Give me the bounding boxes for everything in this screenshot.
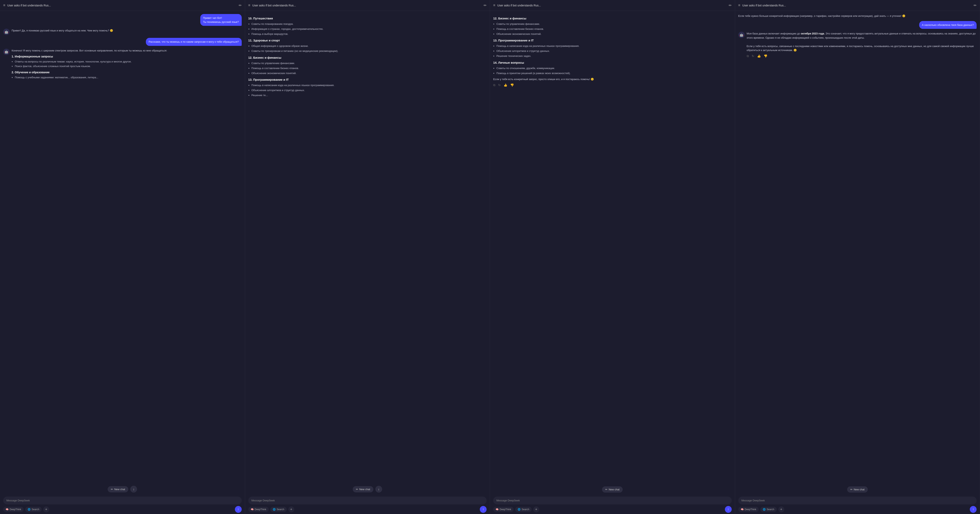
chat-panel-3: ≡ User asks if bot understands Rus... ✏ …	[490, 0, 735, 514]
user-message-1: Привет чат-бот!Ты понимаешь русский язык…	[200, 14, 242, 26]
thumbup-icon-3[interactable]: 👍	[504, 83, 508, 88]
deepthink-button-3[interactable]: 🧠 DeepThink	[493, 507, 514, 512]
new-chat-icon-plus: ✏	[111, 488, 113, 491]
bot-avatar-4: 🤖	[738, 32, 745, 38]
scroll-down-button-1[interactable]: ↓	[130, 486, 137, 493]
deepthink-icon-1: 🧠	[6, 508, 9, 511]
message-input-2[interactable]: Message DeepSeek	[248, 496, 487, 504]
message-input-3[interactable]: Message DeepSeek	[493, 496, 732, 504]
copy-icon-4[interactable]: ⧉	[747, 54, 749, 59]
send-button-2[interactable]: ↑	[480, 506, 487, 513]
panel-2-input-area: Message DeepSeek 🧠 DeepThink 🌐 Search + …	[245, 495, 490, 514]
new-chat-label-4: New chat	[854, 488, 865, 491]
search-icon-2: 🌐	[273, 508, 276, 511]
plus-button-3[interactable]: +	[533, 506, 539, 512]
user-message-4: А насколько обновлена твоя база данных?	[919, 21, 977, 29]
user-message-2: Расскажи, что ты можешь и по каким запро…	[146, 38, 242, 46]
new-chat-label-1: New chat	[114, 488, 125, 491]
panel-4-new-chat-bar: ✏ New chat	[735, 484, 980, 495]
search-button-2[interactable]: 🌐 Search	[270, 507, 287, 512]
deepthink-icon-2: 🧠	[251, 508, 254, 511]
bot-text-2: Конечно! Я могу помочь с широким спектро…	[12, 49, 167, 80]
new-chat-label-2: New chat	[360, 488, 370, 491]
menu-icon-4[interactable]: ≡	[738, 3, 740, 7]
bot-message-4: 🤖 Моя база данных включает информацию до…	[738, 32, 977, 59]
message-input-1[interactable]: Message DeepSeek	[3, 496, 242, 504]
panel-4-header: ≡ User asks if bot understands Rus... ✏	[735, 0, 980, 11]
bot-avatar: 🤖	[3, 29, 10, 35]
bot-text-4: Моя база данных включает информацию до о…	[747, 32, 977, 59]
bot-avatar-2: 🤖	[3, 49, 10, 55]
panel-3-header: ≡ User asks if bot understands Rus... ✏	[490, 0, 735, 11]
panel-1-chat-area: Привет чат-бот!Ты понимаешь русский язык…	[0, 11, 245, 484]
search-button-4[interactable]: 🌐 Search	[760, 507, 777, 512]
search-button-3[interactable]: 🌐 Search	[515, 507, 531, 512]
panel-1-new-chat-bar: ✏ New chat ↓	[0, 484, 245, 495]
chat-panel-4: ≡ User asks if bot understands Rus... ✏ …	[735, 0, 980, 514]
search-button-1[interactable]: 🌐 Search	[25, 507, 41, 512]
search-icon-3: 🌐	[518, 508, 520, 511]
panel-1-title: User asks if bot understands Rus...	[7, 4, 237, 7]
panel-2-header: ≡ User asks if bot understands Rus... ✏	[245, 0, 490, 11]
panel-4-intro: Если тебе нужно больше конкретной информ…	[738, 14, 977, 18]
send-button-3[interactable]: ↑	[725, 506, 732, 513]
new-chat-button-2[interactable]: ✏ New chat	[353, 486, 373, 492]
new-chat-button-1[interactable]: ✏ New chat	[108, 486, 128, 492]
new-chat-icon-2[interactable]: ✏	[484, 3, 487, 8]
thumbup-icon-4[interactable]: 👍	[757, 54, 761, 59]
new-chat-icon-3[interactable]: ✏	[729, 3, 732, 8]
send-button-4[interactable]: ↑	[970, 506, 977, 513]
new-chat-icon-4b: ✏	[850, 488, 853, 491]
panel-1-toolbar: 🧠 DeepThink 🌐 Search + ↑	[3, 506, 242, 513]
scroll-down-button-2[interactable]: ↓	[375, 486, 382, 493]
chat-panel-2: ≡ User asks if bot understands Rus... ✏ …	[245, 0, 490, 514]
panel-2-new-chat-bar: ✏ New chat ↓	[245, 484, 490, 495]
bot-text-1: Привет! Да, я понимаю русский язык и мог…	[12, 29, 113, 33]
panel-4-title: User asks if bot understands Rus...	[742, 4, 972, 7]
panel-3-title: User asks if bot understands Rus...	[497, 4, 727, 7]
bot-message-1: 🤖 Привет! Да, я понимаю русский язык и м…	[3, 29, 242, 35]
new-chat-label-3: New chat	[609, 488, 619, 491]
deepthink-button-2[interactable]: 🧠 DeepThink	[248, 507, 269, 512]
search-icon-1: 🌐	[28, 508, 30, 511]
deepthink-button-4[interactable]: 🧠 DeepThink	[738, 507, 759, 512]
reaction-bar-4: ⧉ ↻ 👍 👎	[747, 54, 977, 59]
panel-1-header: ≡ User asks if bot understands Rus... ✏	[0, 0, 245, 11]
reaction-bar-3: ⧉ ↻ 👍 👎	[493, 83, 732, 88]
plus-button-1[interactable]: +	[43, 506, 49, 512]
panel-4-input-area: Message DeepSeek 🧠 DeepThink 🌐 Search + …	[735, 495, 980, 514]
new-chat-button-3[interactable]: ✏ New chat	[602, 486, 623, 493]
menu-icon-3[interactable]: ≡	[493, 3, 495, 7]
panel-3-content: 12. Бизнес и финансы Советы по управлени…	[493, 14, 732, 88]
send-button-1[interactable]: ↑	[235, 506, 242, 513]
new-chat-icon[interactable]: ✏	[239, 3, 242, 8]
panel-2-title: User asks if bot understands Rus...	[252, 4, 482, 7]
deepthink-icon-4: 🧠	[741, 508, 744, 511]
search-icon-4: 🌐	[763, 508, 766, 511]
panel-4-toolbar: 🧠 DeepThink 🌐 Search + ↑	[738, 506, 977, 513]
plus-button-2[interactable]: +	[288, 506, 294, 512]
menu-icon-2[interactable]: ≡	[248, 3, 250, 7]
menu-icon[interactable]: ≡	[3, 3, 5, 7]
thumbdown-icon-4[interactable]: 👎	[764, 54, 767, 59]
deepthink-button-1[interactable]: 🧠 DeepThink	[3, 507, 24, 512]
deepthink-icon-3: 🧠	[496, 508, 499, 511]
chat-panel-1: ≡ User asks if bot understands Rus... ✏ …	[0, 0, 245, 514]
thumbdown-icon-3[interactable]: 👎	[510, 83, 514, 88]
panel-2-toolbar: 🧠 DeepThink 🌐 Search + ↑	[248, 506, 487, 513]
new-chat-button-4[interactable]: ✏ New chat	[847, 486, 868, 493]
panel-3-chat-area: 12. Бизнес и финансы Советы по управлени…	[490, 11, 735, 484]
panel-3-toolbar: 🧠 DeepThink 🌐 Search + ↑	[493, 506, 732, 513]
refresh-icon-3[interactable]: ↻	[498, 83, 501, 88]
message-input-4[interactable]: Message DeepSeek	[738, 496, 977, 504]
new-chat-icon-2b: ✏	[356, 488, 358, 491]
panel-3-input-area: Message DeepSeek 🧠 DeepThink 🌐 Search + …	[490, 495, 735, 514]
refresh-icon-4[interactable]: ↻	[752, 54, 754, 59]
plus-button-4[interactable]: +	[778, 506, 784, 512]
new-chat-icon-3b: ✏	[605, 488, 608, 491]
bot-message-2: 🤖 Конечно! Я могу помочь с широким спект…	[3, 49, 242, 80]
new-chat-icon-4[interactable]: ✏	[974, 3, 977, 8]
copy-icon-3[interactable]: ⧉	[493, 83, 495, 88]
panel-2-chat-area: 10. Путешествия Советы по планированию п…	[245, 11, 490, 484]
panel-3-new-chat-bar: ✏ New chat	[490, 484, 735, 495]
